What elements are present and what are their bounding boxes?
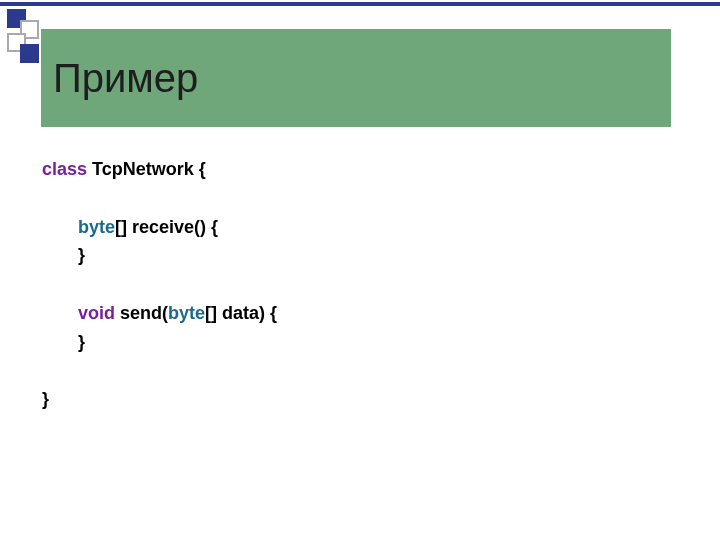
code-text: TcpNetwork { bbox=[87, 159, 206, 179]
code-line: } bbox=[42, 385, 662, 414]
code-text: [] data) { bbox=[205, 303, 277, 323]
code-line: } bbox=[42, 241, 662, 270]
code-blank-line bbox=[42, 184, 662, 213]
slide-title: Пример bbox=[53, 56, 198, 101]
code-line: } bbox=[42, 328, 662, 357]
code-text: [] receive() { bbox=[115, 217, 218, 237]
code-block: class TcpNetwork { byte[] receive() { } … bbox=[42, 155, 662, 414]
accent-bar bbox=[0, 2, 720, 6]
code-line: void send(byte[] data) { bbox=[42, 299, 662, 328]
keyword-class: class bbox=[42, 159, 87, 179]
code-text: send( bbox=[115, 303, 168, 323]
code-text: } bbox=[78, 332, 85, 352]
code-line: class TcpNetwork { bbox=[42, 155, 662, 184]
keyword-byte: byte bbox=[78, 217, 115, 237]
keyword-void: void bbox=[78, 303, 115, 323]
keyword-byte: byte bbox=[168, 303, 205, 323]
code-blank-line bbox=[42, 357, 662, 386]
slide: Пример class TcpNetwork { byte[] receive… bbox=[0, 0, 720, 540]
code-text: } bbox=[42, 389, 49, 409]
code-line: byte[] receive() { bbox=[42, 213, 662, 242]
deco-square-icon bbox=[20, 44, 39, 63]
title-band: Пример bbox=[41, 29, 671, 127]
code-text: } bbox=[78, 245, 85, 265]
code-blank-line bbox=[42, 270, 662, 299]
